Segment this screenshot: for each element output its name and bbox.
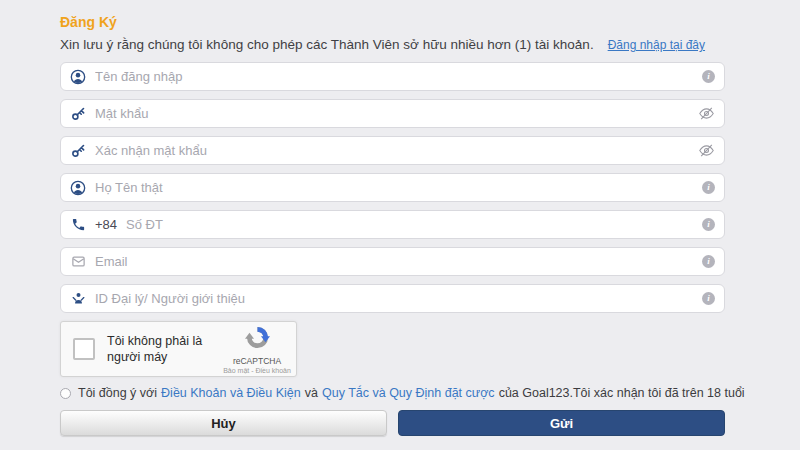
recaptcha-checkbox[interactable] [73,338,95,360]
username-input[interactable] [95,69,702,84]
email-field: i [60,247,725,276]
recaptcha-privacy-terms-links[interactable]: Bảo mật - Điều khoản [223,367,291,374]
recaptcha-brand: reCAPTCHA Bảo mật - Điều khoản [226,325,288,374]
recaptcha-wordmark: reCAPTCHA [233,356,281,366]
login-here-link[interactable]: Đăng nhập tại đây [608,38,705,52]
mail-icon [70,254,86,270]
phone-icon [70,217,86,233]
terms-agreement-row: Tôi đồng ý với Điều Khoản và Điều Kiện v… [60,386,725,400]
terms-conditions-link[interactable]: Điều Khoản và Điều Kiện [161,386,301,400]
betting-rules-link[interactable]: Quy Tắc và Quy Định đặt cược [322,386,495,400]
terms-text-suffix: của Goal123.Tôi xác nhận tôi đã trên 18 … [499,386,745,400]
eye-off-icon[interactable] [698,142,715,159]
referrer-field: i [60,284,725,313]
terms-radio[interactable] [60,388,71,399]
info-icon[interactable]: i [702,292,715,305]
submit-button[interactable]: Gửi [398,410,725,436]
phone-country-code: +84 [95,217,117,232]
terms-text-middle: và [305,386,318,400]
recaptcha-widget: Tôi không phải là người máy reCAPTCHA Bả… [60,321,297,377]
account-notice-text: Xin lưu ý rằng chúng tôi không cho phép … [60,37,594,52]
info-icon[interactable]: i [702,181,715,194]
email-input[interactable] [95,254,702,269]
info-icon[interactable]: i [702,70,715,83]
user-icon [70,180,86,196]
info-icon[interactable]: i [702,255,715,268]
recaptcha-logo-icon [245,325,270,354]
key-icon [70,106,86,122]
user-icon [70,69,86,85]
page-title: Đăng Ký [60,14,725,30]
confirm-password-field [60,136,725,165]
referral-icon [70,291,86,307]
form-actions: Hủy Gửi [60,410,725,436]
subtitle-row: Xin lưu ý rằng chúng tôi không cho phép … [60,37,725,52]
terms-text-prefix: Tôi đồng ý với [78,386,157,400]
real-name-input[interactable] [95,180,702,195]
confirm-password-input[interactable] [95,143,698,158]
recaptcha-label: Tôi không phải là người máy [107,333,220,366]
referrer-input[interactable] [95,291,702,306]
password-input[interactable] [95,106,698,121]
info-icon[interactable]: i [702,218,715,231]
eye-off-icon[interactable] [698,105,715,122]
username-field: i [60,62,725,91]
key-icon [70,143,86,159]
phone-input[interactable] [126,217,702,232]
real-name-field: i [60,173,725,202]
password-field [60,99,725,128]
register-form: Đăng Ký Xin lưu ý rằng chúng tôi không c… [0,0,725,436]
cancel-button[interactable]: Hủy [60,410,387,436]
phone-field: +84 i [60,210,725,239]
